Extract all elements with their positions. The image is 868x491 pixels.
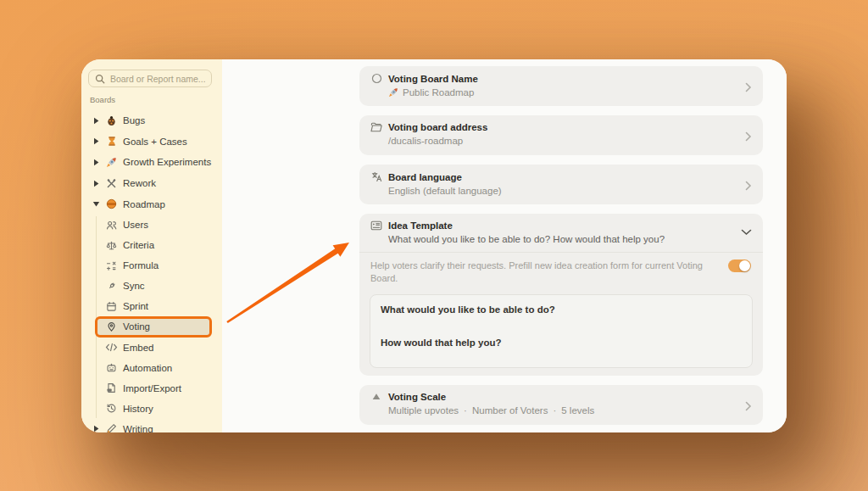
translate-icon bbox=[370, 171, 382, 182]
voting-settings-panel: Voting Board Name Public Roadmap Voting … bbox=[222, 59, 787, 432]
search-input[interactable]: Board or Report name... bbox=[88, 70, 212, 87]
roadmap-icon bbox=[105, 198, 118, 209]
pencil-icon bbox=[105, 423, 118, 432]
sidebar-item-goals-cases[interactable]: Goals + Cases bbox=[81, 131, 222, 153]
sidebar-item-history[interactable]: History bbox=[81, 399, 222, 419]
idea-template-toggle[interactable] bbox=[728, 259, 751, 272]
chevron-right-icon bbox=[745, 130, 752, 145]
sidebar-item-rework[interactable]: Rework bbox=[81, 173, 222, 194]
idea-template-textarea[interactable]: What would you like to be able to do? Ho… bbox=[370, 294, 753, 368]
template-question-1: What would you like to be able to do? bbox=[381, 304, 742, 315]
template-question-2: How would that help you? bbox=[381, 338, 742, 348]
roadmap-children: Users Criteria Formula Sync bbox=[81, 215, 222, 432]
setting-section-idea-template: Idea Template What would you like to be … bbox=[359, 214, 763, 376]
plug-icon bbox=[105, 281, 118, 292]
voting-scale-option: 5 levels bbox=[561, 405, 594, 416]
triangle-up-icon bbox=[370, 393, 382, 400]
bug-icon bbox=[105, 115, 118, 126]
folder-icon bbox=[370, 122, 382, 132]
idea-template-preview: What would you like to be able to do? Ho… bbox=[377, 234, 763, 244]
setting-title: Voting board address bbox=[388, 122, 487, 132]
setting-row-board-language[interactable]: Board language English (default language… bbox=[359, 165, 763, 204]
voting-scale-option: Multiple upvotes bbox=[388, 405, 459, 416]
sidebar-item-label: Sync bbox=[123, 281, 145, 291]
circle-icon bbox=[370, 73, 382, 84]
setting-value: /ducalis-roadmap bbox=[388, 136, 463, 146]
sidebar-item-label: History bbox=[123, 404, 153, 414]
expand-arrow-icon[interactable] bbox=[92, 137, 100, 145]
sidebar-item-users[interactable]: Users bbox=[81, 215, 222, 235]
voting-scale-option: Number of Voters bbox=[472, 405, 548, 416]
sidebar-item-label: Formula bbox=[123, 260, 159, 271]
setting-row-voting-board-address[interactable]: Voting board address /ducalis-roadmap bbox=[359, 115, 763, 155]
boards-section-label: Boards bbox=[90, 95, 115, 104]
scales-icon bbox=[105, 240, 118, 251]
sidebar-item-voting[interactable]: Voting bbox=[81, 316, 222, 337]
sidebar-item-label: Growth Experiments bbox=[123, 157, 211, 167]
dot-separator: · bbox=[553, 405, 556, 416]
sidebar-item-formula[interactable]: Formula bbox=[81, 255, 222, 276]
sidebar-item-sprint[interactable]: Sprint bbox=[81, 296, 222, 316]
sidebar-item-bugs[interactable]: Bugs bbox=[81, 110, 222, 131]
math-icon bbox=[105, 260, 118, 271]
chevron-right-icon bbox=[745, 399, 752, 415]
robot-icon bbox=[105, 362, 118, 373]
rocket-icon bbox=[105, 157, 118, 168]
chevron-right-icon bbox=[745, 179, 752, 194]
setting-title: Idea Template bbox=[388, 220, 453, 231]
setting-row-voting-scale[interactable]: Voting Scale Multiple upvotes · Number o… bbox=[359, 385, 763, 425]
toggle-knob bbox=[739, 260, 750, 271]
sidebar-item-import-export[interactable]: Import/Export bbox=[81, 378, 222, 399]
collapse-arrow-icon[interactable] bbox=[92, 201, 100, 207]
board-settings-window: Board or Report name... Boards Bugs Goal… bbox=[81, 59, 787, 432]
idea-template-help-text: Help voters clarify their requests. Pref… bbox=[370, 259, 713, 286]
template-card-icon bbox=[370, 220, 382, 231]
setting-value: Public Roadmap bbox=[403, 87, 474, 98]
setting-title: Voting Scale bbox=[388, 392, 446, 402]
sidebar-item-label: Users bbox=[123, 220, 148, 230]
csv-file-icon bbox=[105, 382, 118, 393]
sidebar-item-label: Import/Export bbox=[123, 383, 181, 393]
sidebar-item-label: Writing bbox=[123, 424, 153, 432]
sidebar-item-sync[interactable]: Sync bbox=[81, 276, 222, 296]
sidebar-item-label: Rework bbox=[123, 178, 156, 188]
settings-rows: Voting Board Name Public Roadmap Voting … bbox=[359, 66, 763, 432]
setting-value: English (default language) bbox=[388, 186, 502, 196]
search-placeholder: Board or Report name... bbox=[110, 74, 205, 84]
boards-tree: Bugs Goals + Cases Growth Experiments Re… bbox=[81, 110, 222, 432]
expand-arrow-icon[interactable] bbox=[92, 159, 100, 166]
history-clock-icon bbox=[105, 403, 118, 414]
sidebar-item-label: Automation bbox=[123, 363, 172, 373]
sidebar-item-label: Criteria bbox=[123, 240, 154, 250]
rocket-icon bbox=[388, 87, 398, 98]
idea-template-header[interactable]: Idea Template bbox=[359, 220, 763, 231]
dot-separator: · bbox=[464, 405, 467, 416]
chevron-down-icon[interactable] bbox=[741, 224, 752, 239]
hourglass-icon bbox=[105, 136, 118, 147]
desktop-background: Board or Report name... Boards Bugs Goal… bbox=[0, 0, 868, 491]
sidebar-item-label: Embed bbox=[123, 343, 153, 353]
pin-icon bbox=[105, 321, 118, 332]
setting-row-voting-board-name[interactable]: Voting Board Name Public Roadmap bbox=[359, 66, 763, 106]
calendar-icon bbox=[105, 301, 118, 312]
expand-arrow-icon[interactable] bbox=[92, 117, 100, 125]
expand-arrow-icon[interactable] bbox=[92, 180, 100, 187]
sidebar-item-automation[interactable]: Automation bbox=[81, 358, 222, 378]
sidebar-item-label: Roadmap bbox=[123, 199, 165, 209]
setting-title: Voting Board Name bbox=[388, 74, 478, 84]
expand-arrow-icon[interactable] bbox=[92, 425, 100, 432]
search-icon bbox=[95, 74, 105, 84]
sidebar-item-roadmap[interactable]: Roadmap bbox=[81, 193, 222, 215]
code-icon bbox=[105, 343, 118, 352]
sidebar-item-writing[interactable]: Writing bbox=[81, 419, 222, 432]
users-icon bbox=[105, 220, 118, 231]
chevron-right-icon bbox=[745, 81, 752, 96]
sidebar-item-growth-experiments[interactable]: Growth Experiments bbox=[81, 152, 222, 173]
sidebar-item-label: Bugs bbox=[123, 115, 145, 126]
tools-icon bbox=[105, 178, 118, 189]
sidebar-item-criteria[interactable]: Criteria bbox=[81, 235, 222, 255]
sidebar-item-embed[interactable]: Embed bbox=[81, 338, 222, 358]
setting-title: Board language bbox=[388, 172, 462, 182]
sidebar-item-label: Sprint bbox=[123, 301, 148, 311]
sidebar-item-label: Voting bbox=[123, 321, 150, 332]
